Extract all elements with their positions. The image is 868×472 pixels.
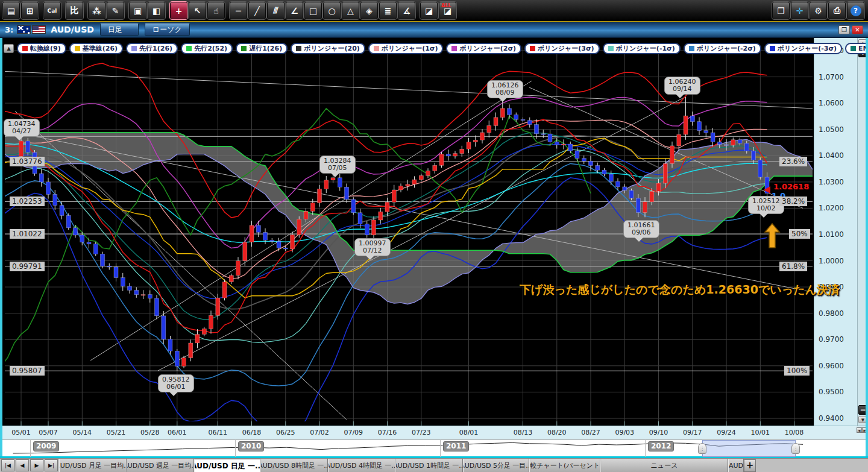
legend-swatch-icon	[131, 46, 137, 51]
trendline-tool-icon[interactable]: ╱	[248, 2, 266, 19]
price-axis-label: 1.0100	[819, 230, 844, 239]
chart-titlebar[interactable]: 3: AUD/USD 日足 ローソク ❐ ✕	[0, 22, 868, 38]
fullscreen-icon[interactable]: ✛	[791, 2, 808, 19]
date-axis-label: 05/21	[103, 429, 130, 436]
pan-left-button[interactable]: ◀	[857, 427, 862, 433]
price-axis-label: 1.0200	[819, 204, 844, 212]
legend-item-kijun[interactable]: 基準線(26)	[69, 43, 123, 54]
legend-item-senkou1[interactable]: 先行1(26)	[126, 43, 178, 54]
legend-item-chikou[interactable]: 遅行1(26)	[236, 43, 288, 54]
chart-tab-5[interactable]: AUD/USD 1時間足 一...	[395, 459, 463, 472]
parallel-lines-tool-icon[interactable]: ⫻	[267, 2, 285, 19]
chart-tab-1[interactable]: AUD/USD 週足 一目均...	[127, 459, 194, 472]
legend-item-bb0[interactable]: ボリンジャー(20)	[291, 43, 365, 54]
close-window-button[interactable]: ✕	[852, 25, 863, 34]
legend-item-bb1m[interactable]: ボリンジャー(-1σ)	[603, 43, 681, 54]
price-line-label: 0.95807	[10, 366, 45, 376]
user-text-annotation: 下げ渋った感じがしたので念のため1.26630でいったん決済	[520, 282, 840, 298]
angle-tool-icon[interactable]: ∠	[286, 2, 303, 19]
swing-point-callout: 0.9581206/01	[158, 374, 194, 392]
chart-settings-icon[interactable]: ▣	[129, 2, 146, 19]
compare-icon[interactable]: 比	[66, 2, 83, 19]
help-icon[interactable]: ?	[847, 2, 864, 19]
navigator-handle-left[interactable]: ⋮	[698, 443, 706, 454]
restore-window-button[interactable]: ❐	[838, 25, 850, 34]
order-list-icon[interactable]: ▤	[2, 2, 20, 19]
draw-edit-icon[interactable]: ✎	[107, 2, 124, 19]
year-separator	[440, 440, 441, 457]
chart-tab-4[interactable]: AUD/USD 4時間足 一...	[328, 459, 395, 472]
fibonacci-tool-icon[interactable]: ≣	[379, 2, 397, 19]
legend-item-bb3p[interactable]: ボリンジャー(3σ)	[524, 43, 600, 54]
pentagon-tool-icon[interactable]: ◈	[360, 2, 378, 19]
hand-tool-icon[interactable]: ☝	[207, 2, 225, 19]
chart-tab-0[interactable]: AUD/USD 月足 一目均...	[59, 459, 127, 472]
print-icon[interactable]: ⎙	[828, 2, 846, 19]
date-axis-label: 06/11	[204, 429, 231, 436]
legend-item-bb2m[interactable]: ボリンジャー(-2σ)	[684, 43, 761, 54]
navigator-handle-right[interactable]: ⋮	[791, 443, 800, 454]
date-axis-label: 05/07	[35, 429, 61, 436]
tab-scroll-button-2[interactable]: ▶	[30, 459, 43, 471]
date-axis-label: 05/14	[69, 429, 95, 436]
date-axis-label: 06/25	[272, 429, 299, 436]
price-axis-label: 1.0000	[819, 257, 844, 265]
legend-item-bb3m[interactable]: ボリンジャー(-3σ)	[764, 43, 842, 54]
crosshair-tool-icon[interactable]: +	[170, 2, 187, 19]
swing-point-callout: 1.0612608/09	[487, 80, 523, 98]
chart-tab-6[interactable]: AUD/USD 5分足 一目...	[463, 459, 529, 472]
price-axis-label: 0.9500	[819, 388, 844, 396]
triangle-tool-icon[interactable]: △	[342, 2, 359, 19]
legend-swatch-icon	[689, 46, 694, 51]
year-separator	[235, 440, 236, 457]
fib-level-label: 61.8%	[779, 262, 807, 271]
eraser-all-tool-icon[interactable]: ◪ALL	[439, 2, 456, 19]
tab-scroll-button-3[interactable]: ▶|	[45, 459, 58, 471]
hline-tool-icon[interactable]: ─	[230, 2, 247, 19]
legend-item-bb2p[interactable]: ボリンジャー(2σ)	[446, 43, 521, 54]
chart-tab-7[interactable]: 比較チャート(パーセント...	[529, 459, 600, 472]
legend-collapse-button[interactable]: ▲	[4, 44, 14, 53]
windows-layout-icon[interactable]: ❐	[772, 2, 790, 19]
legend-swatch-icon	[296, 46, 301, 51]
price-axis[interactable]: 1.08001.07001.06001.05001.04001.03001.02…	[814, 38, 857, 426]
ellipse-tool-icon[interactable]: ○	[323, 2, 341, 19]
date-axis-label: 05/01	[8, 429, 34, 436]
legend-item-label: ボリンジャー(-3σ)	[778, 44, 837, 53]
settings-gear-icon[interactable]: ⚙	[810, 2, 827, 19]
chart-tab-partial[interactable]: AUD	[728, 459, 744, 472]
history-navigator[interactable]: 2009201020112012⋮⋮	[0, 439, 868, 456]
calendar-icon[interactable]: Cal	[43, 2, 61, 19]
chart-canvas[interactable]: ▲ 転換線(9)基準線(26)先行1(26)先行2(52)遅行1(26)ボリンジ…	[0, 38, 814, 426]
legend-item-senkou2[interactable]: 先行2(52)	[181, 43, 233, 54]
date-axis-label: 06/18	[239, 429, 265, 436]
add-tab-button[interactable]: +	[744, 459, 756, 472]
chart-type-dropdown[interactable]: ローソク	[145, 24, 190, 36]
rectangle-tool-icon[interactable]: □	[304, 2, 322, 19]
chart-tab-2[interactable]: AUD/USD 日足 一...	[194, 459, 260, 472]
callout-date: 08/09	[495, 89, 515, 96]
date-axis[interactable]: ◀ ▶ 05/0105/0705/1405/2105/2806/0106/110…	[0, 426, 868, 439]
save-icon[interactable]: ◧	[148, 2, 165, 19]
legend-item-label: ボリンジャー(1σ)	[382, 44, 438, 53]
callout-date: 09/14	[673, 85, 692, 93]
eraser-tool-icon[interactable]: ◪	[420, 2, 438, 19]
legend-item-tenkan[interactable]: 転換線(9)	[17, 43, 66, 54]
legend-item-ema13[interactable]: EMA(13)	[845, 43, 868, 54]
tab-scroll-button-0[interactable]: |◀	[1, 459, 14, 471]
price-chart[interactable]	[0, 38, 814, 426]
legend-item-label: ボリンジャー(-2σ)	[697, 44, 756, 53]
navigator-selection[interactable]	[702, 440, 796, 457]
timeframe-dropdown[interactable]: 日足	[100, 24, 139, 36]
tab-scroll-button-1[interactable]: ◀	[16, 459, 29, 471]
new-report-icon[interactable]: ⊞	[21, 2, 39, 19]
fan-lines-tool-icon[interactable]: ∡	[398, 2, 415, 19]
chart-tab-8[interactable]: ニュース	[600, 459, 728, 472]
cursor-tool-icon[interactable]: ↖	[189, 2, 206, 19]
window-number: 3:	[5, 25, 13, 34]
indicator-settings-icon[interactable]: ⁂	[88, 2, 105, 19]
year-separator	[30, 440, 31, 457]
chart-tab-3[interactable]: AUD/USD 8時間足 一...	[260, 459, 328, 472]
legend-item-bb1p[interactable]: ボリンジャー(1σ)	[368, 43, 444, 54]
date-axis-label: 08/13	[510, 429, 536, 436]
